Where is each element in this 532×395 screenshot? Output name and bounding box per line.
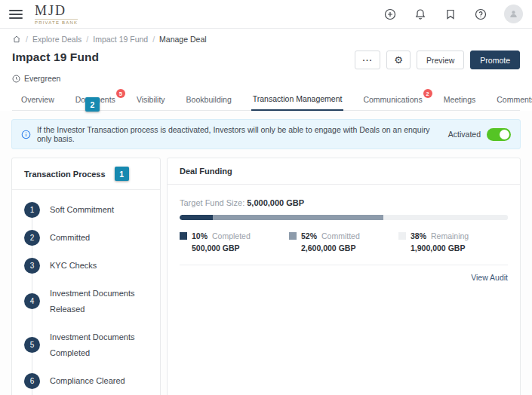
logo-subtitle: PRIVATE BANK xyxy=(35,19,78,25)
legend-committed: 52% Committed 2,600,000 GBP xyxy=(289,231,398,253)
tab-overview[interactable]: Overview xyxy=(20,92,56,110)
breadcrumb-explore-deals[interactable]: Explore Deals xyxy=(32,35,81,44)
tab-visibility[interactable]: Visibility xyxy=(135,92,167,110)
documents-count-badge: 5 xyxy=(116,89,125,98)
menu-icon[interactable] xyxy=(9,10,23,19)
annotation-marker-1: 1 xyxy=(115,167,129,181)
info-banner: If the Investor Transaction process is d… xyxy=(11,119,521,149)
deal-funding-title: Deal Funding xyxy=(180,167,232,176)
promote-button[interactable]: Promote xyxy=(470,51,520,69)
committed-label: Committed xyxy=(321,231,360,240)
step-compliance-cleared: 6 Compliance Cleared xyxy=(24,373,148,389)
step-number: 5 xyxy=(24,337,40,353)
status-label: Evergreen xyxy=(24,74,60,83)
step-label: Investment Documents Completed xyxy=(50,329,148,361)
completed-label: Completed xyxy=(212,231,251,240)
deal-funding-panel: Deal Funding Target Fund Size:5,000,000 … xyxy=(167,158,521,395)
step-investment-documents-completed: 5 Investment Documents Completed xyxy=(24,329,148,361)
tab-bookbuilding[interactable]: Bookbuilding xyxy=(185,92,233,110)
target-fund-size: Target Fund Size:5,000,000 GBP xyxy=(180,198,508,207)
step-label: Compliance Cleared xyxy=(50,373,125,389)
process-steps: 1 Soft Commitment 2 Committed 3 KYC Chec… xyxy=(12,190,160,395)
page-title: Impact 19 Fund xyxy=(12,51,99,64)
header-actions: ··· ⚙ Preview Promote xyxy=(355,51,520,69)
more-actions-button[interactable]: ··· xyxy=(355,51,380,69)
target-fund-size-label: Target Fund Size: xyxy=(180,198,244,207)
legend-completed: 10% Completed 500,000 GBP xyxy=(180,231,289,253)
tab-label: Overview xyxy=(21,95,54,104)
legend-remaining: 38% Remaining 1,900,000 GBP xyxy=(398,231,508,253)
logo-title: MJD xyxy=(35,4,78,17)
communications-count-badge: 2 xyxy=(423,89,432,98)
step-label: KYC Checks xyxy=(50,258,97,274)
transaction-process-panel: Transaction Process 1 1 Soft Commitment … xyxy=(11,158,161,395)
toggle-label: Activated xyxy=(448,130,481,139)
page-header: / Explore Deals / Impact 19 Fund / Manag… xyxy=(0,29,532,111)
annotation-marker-2: 2 xyxy=(85,97,100,112)
breadcrumb-separator: / xyxy=(26,35,28,44)
step-number: 2 xyxy=(24,230,40,246)
step-number: 3 xyxy=(24,258,40,274)
completed-amount: 500,000 GBP xyxy=(192,243,289,253)
tab-meetings[interactable]: Meetings xyxy=(442,92,478,110)
completed-swatch xyxy=(180,232,187,240)
plus-circle-icon[interactable] xyxy=(383,8,396,20)
progress-segment-committed xyxy=(213,215,383,220)
title-row: Impact 19 Fund ··· ⚙ Preview Promote xyxy=(12,51,520,69)
tab-label: Visibility xyxy=(137,95,165,104)
step-label: Soft Commitment xyxy=(50,202,114,218)
step-number: 1 xyxy=(24,202,40,218)
view-audit-link[interactable]: View Audit xyxy=(471,273,508,282)
remaining-percent: 38% xyxy=(411,231,426,240)
activated-toggle[interactable] xyxy=(487,128,511,141)
preview-button[interactable]: Preview xyxy=(417,51,464,69)
step-investment-documents-released: 4 Investment Documents Released xyxy=(24,286,148,317)
step-committed: 2 Committed xyxy=(24,230,148,246)
deal-status: Evergreen xyxy=(12,74,520,83)
settings-button[interactable]: ⚙ xyxy=(386,51,411,69)
main-content: Transaction Process 1 1 Soft Commitment … xyxy=(0,149,532,395)
breadcrumb-manage-deal: Manage Deal xyxy=(159,35,206,44)
step-kyc-checks: 3 KYC Checks xyxy=(24,258,148,274)
completed-percent: 10% xyxy=(192,231,208,240)
bell-icon[interactable] xyxy=(414,8,426,20)
info-icon xyxy=(21,130,31,139)
step-label: Investment Documents Released xyxy=(50,286,148,317)
remaining-swatch xyxy=(398,232,406,240)
funding-progress-bar xyxy=(180,215,508,220)
committed-swatch xyxy=(289,232,297,240)
committed-percent: 52% xyxy=(301,231,317,240)
bookmark-icon[interactable] xyxy=(444,8,457,20)
deal-funding-header: Deal Funding xyxy=(168,158,520,185)
transaction-process-title: Transaction Process xyxy=(24,170,106,179)
step-number: 6 xyxy=(24,373,40,389)
home-icon[interactable] xyxy=(12,35,21,44)
tab-label: Comments xyxy=(497,95,532,104)
toggle-knob xyxy=(500,130,509,139)
progress-segment-remaining xyxy=(383,215,508,220)
help-icon[interactable] xyxy=(474,8,487,20)
breadcrumb-impact-19-fund[interactable]: Impact 19 Fund xyxy=(93,35,148,44)
remaining-amount: 1,900,000 GBP xyxy=(411,243,508,253)
committed-amount: 2,600,000 GBP xyxy=(301,243,398,253)
tab-label: Bookbuilding xyxy=(186,95,232,104)
tab-label: Transaction Management xyxy=(253,94,343,103)
step-number: 4 xyxy=(24,293,40,309)
breadcrumb: / Explore Deals / Impact 19 Fund / Manag… xyxy=(12,35,520,44)
step-soft-commitment: 1 Soft Commitment xyxy=(24,202,148,218)
app-window: MJD PRIVATE BANK / xyxy=(0,0,532,395)
top-bar: MJD PRIVATE BANK xyxy=(0,0,532,29)
audit-row: View Audit xyxy=(168,265,520,289)
tab-transaction-management[interactable]: Transaction Management xyxy=(251,91,344,111)
clock-icon xyxy=(12,75,20,83)
progress-segment-completed xyxy=(180,215,213,220)
transaction-process-header: Transaction Process 1 xyxy=(12,158,160,190)
breadcrumb-separator: / xyxy=(152,35,155,44)
deal-funding-body: Target Fund Size:5,000,000 GBP 10% Compl… xyxy=(168,185,520,265)
funding-legend: 10% Completed 500,000 GBP 52% Committed … xyxy=(180,231,508,253)
brand-logo[interactable]: MJD PRIVATE BANK xyxy=(35,4,78,25)
tab-communications[interactable]: Communications2 xyxy=(361,92,423,110)
user-avatar[interactable] xyxy=(504,5,523,23)
tab-comments[interactable]: Comments xyxy=(495,92,532,110)
tab-label: Meetings xyxy=(444,95,476,104)
